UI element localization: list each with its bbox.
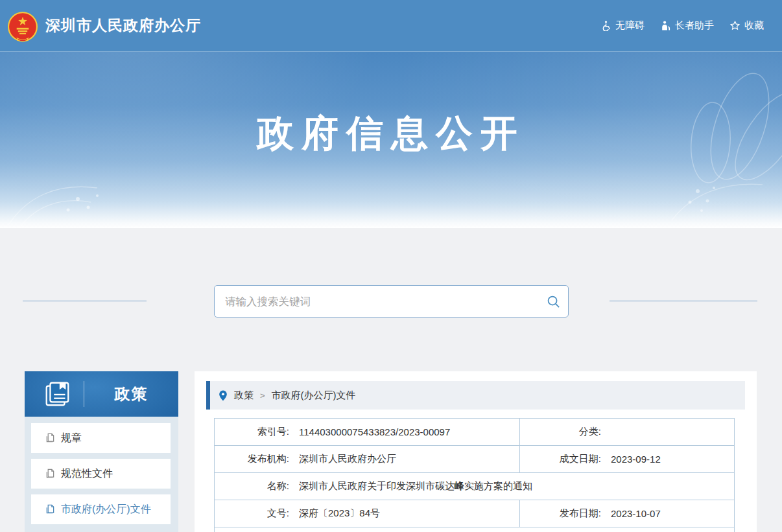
field-value: 2023-10-07 xyxy=(601,508,661,519)
main-panel: 政策 > 市政府(办公厅)文件 索引号: 114403000075433823/… xyxy=(195,371,757,532)
field-empty xyxy=(215,527,734,532)
field-doc-no: 文号: 深府〔2023〕84号 xyxy=(215,500,519,527)
breadcrumb-separator: > xyxy=(260,391,265,400)
main-row: 政策 规章 规范性文件 xyxy=(0,371,782,532)
field-name: 名称: 深圳市人民政府关于印发深圳市碳达峰实施方案的通知 xyxy=(215,473,734,500)
field-value: 2023-09-12 xyxy=(601,454,661,465)
table-row: 名称: 深圳市人民政府关于印发深圳市碳达峰实施方案的通知 xyxy=(215,473,734,500)
field-label: 分类: xyxy=(520,426,601,438)
sidebar-header: 政策 xyxy=(25,371,178,417)
field-label: 文号: xyxy=(215,507,289,520)
top-header: 深圳市人民政府办公厅 无障碍 长者助手 收藏 xyxy=(0,0,782,52)
sidebar-item-municipal-documents[interactable]: 市政府(办公厅)文件 xyxy=(31,494,171,524)
accessibility-link[interactable]: 无障碍 xyxy=(600,19,645,32)
field-index-no: 索引号: 114403000075433823/2023-00097 xyxy=(215,419,519,445)
search-box xyxy=(214,285,569,318)
decorative-line-left xyxy=(23,301,147,301)
site-title[interactable]: 深圳市人民政府办公厅 xyxy=(45,16,201,36)
field-write-date: 成文日期: 2023-09-12 xyxy=(519,446,734,472)
favorite-label: 收藏 xyxy=(744,19,764,32)
sidebar-item-normative-documents[interactable]: 规范性文件 xyxy=(31,459,171,489)
field-value: 深圳市人民政府关于印发深圳市碳达峰实施方案的通知 xyxy=(289,480,532,492)
field-value: 深府〔2023〕84号 xyxy=(289,507,380,520)
search-icon xyxy=(546,294,561,309)
sidebar-items: 规章 规范性文件 市政府(办公厅)文件 xyxy=(25,417,178,524)
field-publish-date: 发布日期: 2023-10-07 xyxy=(519,500,734,527)
document-icon xyxy=(45,468,55,479)
elder-assistant-label: 长者助手 xyxy=(675,19,714,32)
decorative-line-right xyxy=(610,301,757,301)
field-category: 分类: xyxy=(519,419,734,445)
content-area: 政策 规章 规范性文件 xyxy=(0,228,782,532)
search-section xyxy=(0,285,782,318)
table-row xyxy=(215,527,734,532)
elder-assistant-link[interactable]: 长者助手 xyxy=(660,19,714,32)
field-value: 114403000075433823/2023-00097 xyxy=(289,426,450,437)
elder-assistant-icon xyxy=(660,20,671,31)
sidebar-item-label: 规章 xyxy=(61,432,82,445)
document-icon xyxy=(45,504,55,515)
field-label: 发布日期: xyxy=(520,507,601,520)
sidebar-item-label: 市政府(办公厅)文件 xyxy=(61,503,151,516)
table-row: 文号: 深府〔2023〕84号 发布日期: 2023-10-07 xyxy=(215,500,734,527)
table-row: 发布机构: 深圳市人民政府办公厅 成文日期: 2023-09-12 xyxy=(215,446,734,473)
sidebar-item-label: 规范性文件 xyxy=(61,467,113,481)
accessibility-icon xyxy=(600,20,611,31)
star-icon xyxy=(729,20,741,31)
accessibility-label: 无障碍 xyxy=(615,19,645,32)
search-button[interactable] xyxy=(538,286,568,317)
breadcrumb: 政策 > 市政府(办公厅)文件 xyxy=(206,381,745,410)
breadcrumb-item-policy[interactable]: 政策 xyxy=(234,389,254,402)
field-label: 成文日期: xyxy=(520,453,601,465)
header-links: 无障碍 长者助手 收藏 xyxy=(600,19,764,32)
page-title: 政府信息公开 xyxy=(0,109,782,159)
field-label: 发布机构: xyxy=(215,453,289,465)
field-label: 索引号: xyxy=(215,426,289,438)
breadcrumb-item-current: 市政府(办公厅)文件 xyxy=(272,389,356,402)
sidebar-item-regulations[interactable]: 规章 xyxy=(31,423,171,453)
search-input[interactable] xyxy=(215,286,538,317)
favorite-link[interactable]: 收藏 xyxy=(729,19,764,32)
table-row: 索引号: 114403000075433823/2023-00097 分类: xyxy=(215,419,734,446)
policy-sidebar: 政策 规章 规范性文件 xyxy=(25,371,178,532)
banner: 政府信息公开 xyxy=(0,52,782,228)
location-pin-icon xyxy=(219,390,228,401)
field-value: 深圳市人民政府办公厅 xyxy=(289,453,396,465)
document-info-table: 索引号: 114403000075433823/2023-00097 分类: 发… xyxy=(214,418,735,532)
book-icon xyxy=(42,379,72,409)
field-label: 名称: xyxy=(215,480,289,492)
sidebar-header-label: 政策 xyxy=(84,384,178,404)
document-icon xyxy=(45,433,55,443)
national-emblem-logo xyxy=(5,9,40,45)
field-issuer: 发布机构: 深圳市人民政府办公厅 xyxy=(215,446,519,472)
